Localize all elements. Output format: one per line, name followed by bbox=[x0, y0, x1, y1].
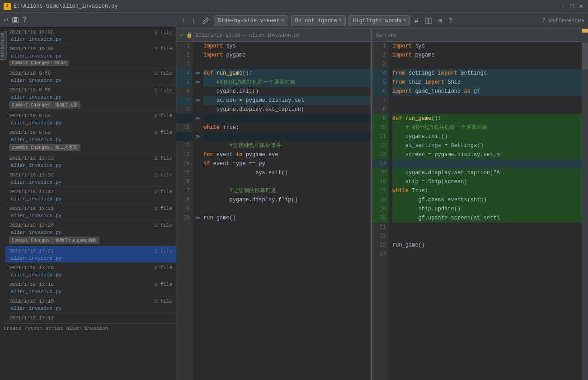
code-line bbox=[392, 250, 582, 259]
code-line bbox=[203, 114, 371, 123]
version-filename: alien_invasion.py bbox=[11, 272, 61, 278]
version-list: 2021/1/19 10:08 1 file alien_invasion.py… bbox=[0, 27, 176, 323]
code-line: screen = pygame.display.set_m bbox=[392, 150, 582, 159]
version-date: 2021/1/18 13:31 bbox=[9, 206, 54, 211]
version-filename: alien_invasion.py bbox=[11, 137, 61, 142]
version-item[interactable]: 2021/1/18 13:15 1 file alien_invasion.py bbox=[5, 296, 176, 313]
left-panel-header: ✓ 🔒 2021/1/18 13:20 - alien_invasion.py bbox=[176, 29, 371, 42]
app-icon: J bbox=[4, 3, 11, 10]
code-line bbox=[392, 223, 582, 232]
version-item[interactable]: 2021/1/19 9:58 1 file alien_invasion.py … bbox=[5, 85, 176, 111]
bottom-commit-text: Create Python script alien_invasion bbox=[4, 326, 108, 331]
left-code-area[interactable]: 1 2 3 4 5 6 7 8 10 12 13 14 15 bbox=[176, 42, 371, 380]
code-line: pygame.display.set_caption( bbox=[203, 105, 371, 114]
version-item[interactable]: 2021/1/18 13:33 1 file alien_invasion.py bbox=[5, 153, 176, 170]
version-item[interactable]: 2021/1/19 9:54 1 file alien_invasion.py bbox=[5, 111, 176, 128]
settings-button[interactable]: ⚙ bbox=[437, 16, 444, 25]
code-line: from ship import Ship bbox=[392, 78, 582, 87]
version-files: 1 file bbox=[154, 71, 172, 76]
viewer-dropdown[interactable]: Side-by-side viewer ▼ bbox=[214, 15, 288, 26]
minimize-button[interactable]: ─ bbox=[560, 3, 566, 10]
version-item[interactable]: 2021/1/19 10:08 1 file alien_invasion.py bbox=[5, 27, 176, 44]
code-line: #让绘制的屏幕可见 bbox=[203, 186, 371, 195]
version-files: 1 file bbox=[154, 172, 172, 178]
highlight-dropdown[interactable]: Highlight words ▼ bbox=[348, 15, 410, 26]
version-date: 2021/1/19 10:06 bbox=[9, 46, 54, 52]
code-line bbox=[392, 105, 582, 114]
help-button[interactable]: ? bbox=[23, 16, 27, 24]
code-line: def run_game(): bbox=[203, 69, 371, 78]
code-line: pygame.init() bbox=[203, 87, 371, 96]
check-icon: ✓ bbox=[180, 31, 183, 39]
structure-tab[interactable]: Structure bbox=[0, 31, 7, 60]
code-line: ship.update() bbox=[392, 204, 582, 214]
sync-button[interactable]: ⇄ bbox=[413, 16, 420, 25]
code-line: pygame.display.flip() bbox=[203, 195, 371, 204]
code-line: import pygame bbox=[392, 51, 582, 60]
code-line: gf.check_events(ship) bbox=[392, 195, 582, 204]
version-filename: alien_invasion.py bbox=[11, 180, 61, 185]
version-files: 1 file bbox=[154, 223, 172, 228]
right-diff-panel: Current 1 2 3 4 5 6 7 8 9 10 bbox=[372, 29, 582, 380]
diff-minimap[interactable] bbox=[582, 29, 588, 380]
version-files: 1 file bbox=[154, 87, 172, 93]
version-files: 1 file bbox=[154, 206, 172, 211]
right-code-area[interactable]: 1 2 3 4 5 6 7 8 9 10 11 12 13 14 bbox=[372, 42, 582, 380]
code-line: import sys bbox=[392, 42, 582, 51]
version-item[interactable]: 2021/1/19 10:06 1 file alien_invasion.py… bbox=[5, 44, 176, 68]
right-panel-title: Current bbox=[376, 33, 397, 38]
version-date: 2021/1/18 13:21 bbox=[9, 248, 54, 254]
title-path: E:\Aliens-Game\alien_invasion.py bbox=[14, 3, 560, 10]
window-controls[interactable]: ─ □ ✕ bbox=[560, 3, 584, 10]
code-line bbox=[203, 60, 371, 69]
version-date: 2021/1/19 9:53 bbox=[9, 130, 51, 135]
close-button[interactable]: ✕ bbox=[578, 3, 584, 10]
version-item[interactable]: 2021/1/19 9:58 1 file alien_invasion.py bbox=[5, 68, 176, 85]
ignore-dropdown[interactable]: Do not ignore ▼ bbox=[291, 15, 346, 26]
code-line: sys.exit() bbox=[203, 168, 371, 177]
maximize-button[interactable]: □ bbox=[569, 3, 575, 10]
code-line: while True: bbox=[392, 186, 582, 195]
help-button[interactable]: ? bbox=[447, 16, 454, 25]
scroll-indicator[interactable] bbox=[582, 43, 588, 70]
column-mode-button[interactable] bbox=[423, 16, 434, 25]
code-line: pygame.init() bbox=[392, 132, 582, 141]
version-item[interactable]: 2021/1/18 13:32 1 file alien_invasion.py bbox=[5, 187, 176, 204]
version-item[interactable]: 2021/1/18 13:32 1 file alien_invasion.py bbox=[5, 170, 176, 187]
version-date: 2021/1/18 13:12 bbox=[9, 315, 54, 321]
version-files: 1 file bbox=[154, 29, 172, 35]
version-filename: alien_invasion.py bbox=[11, 53, 61, 59]
navigate-down-button[interactable]: ↓ bbox=[190, 16, 197, 25]
version-item[interactable]: 2021/1/18 13:12 bbox=[5, 313, 176, 323]
version-item[interactable]: 2021/1/18 13:31 1 file alien_invasion.py bbox=[5, 204, 176, 220]
viewer-dropdown-arrow: ▼ bbox=[282, 18, 284, 23]
commit-label: Commit Changes: 第二次更新 bbox=[9, 144, 80, 151]
version-date: 2021/1/19 10:08 bbox=[9, 29, 54, 35]
undo-button[interactable]: ↩ bbox=[4, 15, 8, 24]
save-button[interactable] bbox=[12, 16, 19, 24]
svg-rect-2 bbox=[14, 20, 17, 22]
code-line: #初始化游戏并创建一个屏幕对象 bbox=[203, 78, 371, 87]
version-date: 2021/1/18 13:19 bbox=[9, 282, 54, 287]
navigate-up-button[interactable]: ↑ bbox=[180, 16, 187, 25]
code-line: for event in pygame.eve bbox=[203, 150, 371, 159]
version-date: 2021/1/18 13:26 bbox=[9, 223, 54, 228]
version-filename: alien_invasion.py bbox=[11, 256, 61, 261]
version-item[interactable]: 2021/1/18 13:19 1 file alien_invasion.py bbox=[5, 280, 176, 296]
version-item[interactable]: 2021/1/19 9:53 1 file alien_invasion.py … bbox=[5, 128, 176, 153]
ignore-dropdown-label: Do not ignore bbox=[295, 18, 338, 24]
version-files: 1 file bbox=[154, 299, 172, 304]
code-line bbox=[392, 60, 582, 69]
version-filename: alien_invasion.py bbox=[11, 78, 61, 83]
version-files: 1 file bbox=[154, 189, 172, 195]
version-item[interactable]: 2021/1/18 13:26 1 file alien_invasion.py… bbox=[5, 220, 176, 246]
version-date: 2021/1/18 13:20 bbox=[9, 265, 54, 271]
highlight-dropdown-label: Highlight words bbox=[353, 18, 401, 24]
code-line: run_game() bbox=[392, 241, 582, 250]
version-filename: alien_invasion.py bbox=[11, 37, 61, 42]
version-date: 2021/1/18 13:32 bbox=[9, 172, 54, 178]
version-item-selected[interactable]: 2021/1/18 13:21 1 file alien_invasion.py bbox=[5, 246, 176, 263]
left-panel-title: 2021/1/18 13:20 - alien_invasion.py bbox=[195, 33, 300, 38]
version-item[interactable]: 2021/1/18 13:20 1 file alien_invasion.py bbox=[5, 263, 176, 280]
edit-button[interactable] bbox=[200, 16, 211, 25]
